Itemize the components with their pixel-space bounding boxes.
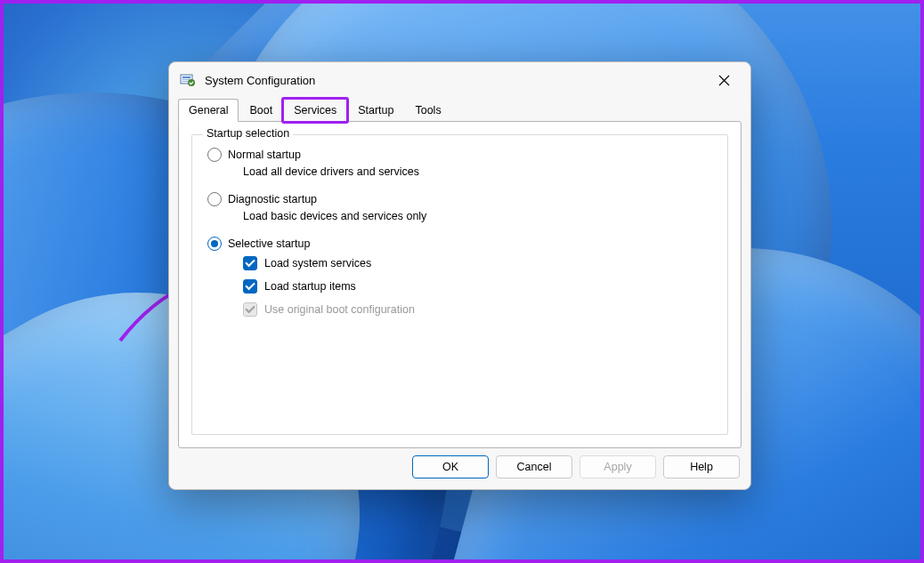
tab-tools[interactable]: Tools <box>404 99 451 121</box>
checkbox-icon <box>243 279 257 294</box>
tab-startup[interactable]: Startup <box>347 99 404 121</box>
tab-panel-general: Startup selection Normal startup Load al… <box>178 121 742 448</box>
svg-point-4 <box>188 79 195 86</box>
cancel-button[interactable]: Cancel <box>496 455 572 479</box>
checkbox-load-startup-items[interactable]: Load startup items <box>243 279 715 294</box>
fieldset-legend: Startup selection <box>203 127 293 140</box>
radio-icon <box>207 237 222 251</box>
tab-row: General Boot Services Startup Tools <box>169 99 750 121</box>
dialog-button-row: OK Cancel Apply Help <box>169 455 750 489</box>
startup-selection-group: Startup selection Normal startup Load al… <box>191 134 728 435</box>
system-configuration-dialog: System Configuration General Boot Servic… <box>168 61 751 490</box>
checkbox-use-original-boot: Use original boot configuration <box>243 302 715 317</box>
tab-boot[interactable]: Boot <box>239 99 283 121</box>
svg-rect-1 <box>182 76 190 78</box>
close-button[interactable] <box>706 68 742 92</box>
svg-rect-3 <box>182 81 188 82</box>
checkbox-load-system-services[interactable]: Load system services <box>243 256 715 270</box>
radio-normal-startup[interactable]: Normal startup <box>207 148 715 162</box>
titlebar: System Configuration <box>169 62 750 97</box>
radio-selective-startup[interactable]: Selective startup <box>207 237 715 251</box>
tab-services[interactable]: Services <box>283 99 347 121</box>
tab-general[interactable]: General <box>178 99 239 122</box>
desc-normal-startup: Load all device drivers and services <box>243 165 715 178</box>
radio-icon <box>207 192 222 206</box>
app-icon <box>180 72 196 88</box>
help-button[interactable]: Help <box>663 455 740 479</box>
checkbox-icon <box>243 256 257 270</box>
radio-icon <box>207 148 222 162</box>
window-title: System Configuration <box>205 74 697 87</box>
ok-button[interactable]: OK <box>412 455 489 479</box>
radio-diagnostic-startup[interactable]: Diagnostic startup <box>207 192 715 206</box>
desc-diagnostic-startup: Load basic devices and services only <box>243 210 715 222</box>
apply-button: Apply <box>580 455 656 479</box>
checkbox-icon <box>243 302 257 317</box>
